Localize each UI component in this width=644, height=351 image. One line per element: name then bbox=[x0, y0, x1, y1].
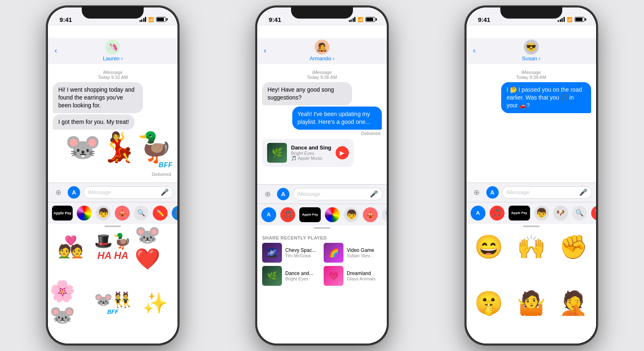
sticker-btn-1[interactable]: 🎪 bbox=[115, 206, 130, 221]
camera-btn-1[interactable]: ⊕ bbox=[52, 186, 64, 199]
app-tray-2: A 🎵 Apple Pay 👦 🎪 🔍 bbox=[257, 204, 387, 225]
avatar-2: 🧑‍🎤 bbox=[315, 40, 329, 55]
back-button-3[interactable]: ‹ bbox=[473, 46, 476, 55]
signal-1 bbox=[140, 17, 147, 22]
imessage-input-3[interactable]: iMessage 🎤 bbox=[502, 186, 592, 199]
status-icons-2: 📶 bbox=[349, 17, 376, 22]
input-placeholder-1: iMessage bbox=[88, 189, 111, 195]
appstore-tray-2[interactable]: A bbox=[261, 207, 276, 222]
nav-bar-1: ‹ 🦄 Lauren › bbox=[48, 38, 178, 64]
memoji-1: 😄 bbox=[468, 230, 510, 263]
phone-3: 9:41 📶 bbox=[465, 6, 597, 345]
wifi-1: 📶 bbox=[148, 17, 154, 22]
rainbow-tray-2[interactable] bbox=[325, 207, 340, 222]
contact-name-3[interactable]: Susan › bbox=[522, 55, 540, 62]
sticker-row-1: 🐭💃🦆 BFF bbox=[53, 131, 173, 171]
contact-name-1[interactable]: Lauren › bbox=[103, 55, 123, 62]
bubble-sent-1: Yeah! I've been updating my playlist. He… bbox=[292, 107, 382, 130]
memoji-section: 😄 🙌 ✊ 🤫 🤷 🤦 bbox=[466, 229, 596, 344]
imessage-input-2[interactable]: iMessage 🎤 bbox=[293, 188, 383, 200]
rp-artist-1: Tim McGraw bbox=[285, 253, 316, 258]
battery-3 bbox=[575, 17, 585, 22]
appstore-tray-3[interactable]: A bbox=[471, 206, 485, 221]
sticker-tray-3[interactable]: 🐶 bbox=[553, 206, 568, 221]
memoji-tray-2[interactable]: 👦 bbox=[344, 207, 359, 222]
wifi-2: 📶 bbox=[358, 17, 363, 22]
contact-info-2: 🧑‍🎤 Armando › bbox=[310, 40, 335, 62]
phones-container: 9:41 📶 bbox=[0, 0, 644, 351]
camera-btn-2[interactable]: ⊕ bbox=[261, 188, 274, 200]
search-tray-2[interactable]: 🔍 bbox=[382, 207, 387, 222]
ha-label: HA HA bbox=[94, 250, 131, 261]
pen-tray-3[interactable]: ✏️ bbox=[591, 206, 596, 221]
memoji-2: 🙌 bbox=[510, 230, 552, 263]
rp-item-1: 🌌 Chevy Spac... Tim McGraw bbox=[262, 243, 320, 263]
messages-area-1: iMessageToday 9:32 AM Hi! I went shoppin… bbox=[48, 64, 178, 183]
search-btn-1[interactable]: 🔍 bbox=[134, 206, 149, 221]
signal-2 bbox=[349, 17, 356, 22]
phone-3-screen: 9:41 📶 bbox=[466, 7, 596, 344]
message-row: I got them for you. My treat! bbox=[53, 114, 173, 130]
status-icons-3: 📶 bbox=[558, 17, 585, 22]
rp-item-3: 🌿 Dance and... Bright Eyes bbox=[262, 266, 320, 286]
music-info-1: Dance and Sing Bright Eyes 🎵 Apple Music bbox=[291, 145, 331, 161]
rp-info-1: Chevy Spac... Tim McGraw bbox=[285, 247, 316, 258]
delivered-2: Delivered bbox=[262, 131, 380, 136]
phone-2-screen: 9:41 📶 bbox=[257, 7, 387, 344]
appstore-btn-2[interactable]: A bbox=[277, 188, 289, 200]
sticker-section-1: 💑 🎩🦆 HA HA 🐭❤️ 🌸🐭 🐭👯 bbox=[48, 229, 178, 344]
timestamp-3: iMessageToday 9:38 AM bbox=[471, 70, 591, 80]
search-tray-3[interactable]: 🔍 bbox=[572, 206, 587, 221]
music-artist-1: Bright Eyes bbox=[291, 151, 331, 156]
music-card-row: 🌿 Dance and Sing Bright Eyes 🎵 Apple Mus… bbox=[262, 137, 382, 168]
status-bar-3: 9:41 📶 bbox=[466, 7, 596, 26]
memoji-tray-3[interactable]: 👦 bbox=[534, 206, 549, 221]
bff-label-2: BFF bbox=[94, 308, 131, 315]
music-tray-2[interactable]: 🎵 bbox=[280, 207, 295, 222]
memoji-btn-1[interactable]: 👦 bbox=[96, 206, 111, 221]
animoji-btn-1[interactable]: 🎭 bbox=[172, 206, 178, 221]
phone-1: 9:41 📶 bbox=[47, 6, 179, 345]
applepay-tray-3[interactable]: Apple Pay bbox=[509, 206, 530, 221]
appstore-btn-3[interactable]: A bbox=[486, 186, 499, 199]
rp-title-3: Dance and... bbox=[285, 270, 313, 276]
music-title-1: Dance and Sing bbox=[291, 145, 331, 151]
avatar-3: 😎 bbox=[524, 40, 539, 55]
timestamp-1: iMessageToday 9:32 AM bbox=[53, 70, 173, 80]
back-button-1[interactable]: ‹ bbox=[54, 46, 57, 55]
applepay-tray-2[interactable]: Apple Pay bbox=[299, 207, 321, 222]
bubble-sent-2: I 🤔 I passed you on the road earlier. Wa… bbox=[501, 82, 591, 113]
sticker-tray-2[interactable]: 🎪 bbox=[363, 207, 378, 222]
app-tray-3: A 🎵 Apple Pay 👦 🐶 🔍 ✏️ bbox=[466, 202, 596, 224]
messages-area-2: iMessageToday 9:36 AM Hey! Have any good… bbox=[257, 64, 387, 184]
camera-btn-3[interactable]: ⊕ bbox=[471, 186, 483, 199]
phone-2-wrapper: 9:41 📶 bbox=[218, 6, 427, 345]
rp-art-2: 🌈 bbox=[324, 243, 343, 263]
sticker-bff: 🐭💃🦆 bbox=[65, 133, 173, 161]
applepay-btn-1[interactable]: Apple Pay bbox=[52, 206, 73, 221]
memoji-6: 🤦 bbox=[553, 287, 594, 320]
battery-1 bbox=[156, 17, 166, 22]
rp-title-2: Video Game bbox=[347, 247, 374, 253]
rainbow-btn-1[interactable] bbox=[77, 206, 92, 221]
app-tray-1: Apple Pay 👦 🎪 🔍 ✏️ 🎭 bbox=[48, 202, 178, 224]
rp-title-4: Dreamland bbox=[347, 270, 376, 276]
status-bar-1: 9:41 📶 bbox=[48, 7, 178, 26]
rp-artist-2: Sufjan Stev... bbox=[347, 253, 374, 258]
rp-title-1: Chevy Spac... bbox=[285, 247, 316, 253]
contact-name-2[interactable]: Armando › bbox=[310, 55, 335, 62]
play-button-1[interactable]: ▶ bbox=[336, 146, 349, 159]
music-tray-3[interactable]: 🎵 bbox=[490, 206, 504, 221]
rp-artist-3: Bright Eyes bbox=[285, 276, 313, 281]
rp-info-2: Video Game Sufjan Stev... bbox=[347, 247, 374, 258]
imessage-input-1[interactable]: iMessage 🎤 bbox=[83, 186, 173, 199]
rp-art-3: 🌿 bbox=[262, 266, 282, 286]
nav-bar-3: ‹ 😎 Susan › bbox=[466, 38, 596, 64]
memoji-5: 🤷 bbox=[510, 287, 552, 320]
back-button-2[interactable]: ‹ bbox=[264, 46, 266, 55]
appstore-btn-1[interactable]: A bbox=[68, 186, 80, 199]
battery-2 bbox=[365, 17, 375, 22]
rp-art-1: 🌌 bbox=[262, 243, 282, 263]
pen-btn-1[interactable]: ✏️ bbox=[153, 206, 168, 221]
wifi-3: 📶 bbox=[567, 17, 573, 22]
